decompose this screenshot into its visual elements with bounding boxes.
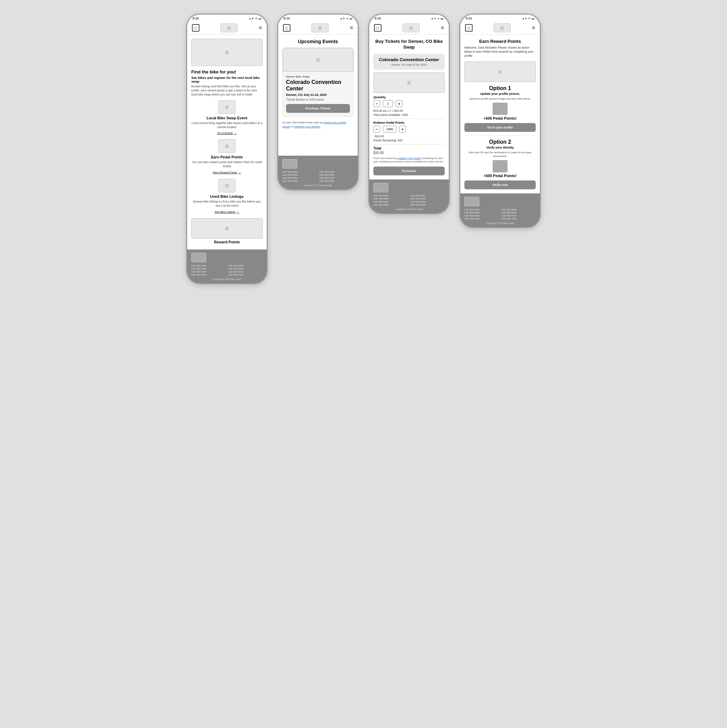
quantity-plus-button[interactable]: +	[396, 100, 403, 107]
local-bike-icon	[218, 100, 235, 114]
footer-link[interactable]: Link Text Here	[228, 271, 263, 273]
hero-image-1	[191, 39, 263, 66]
purchase-tickets-button[interactable]: Purchase Tickets	[286, 104, 350, 113]
redeem-plus-button[interactable]: +	[399, 126, 406, 133]
points-remaining: Points Remaining: 500	[373, 139, 445, 142]
footer-link[interactable]: Link Text Here	[501, 208, 536, 211]
footer-link[interactable]: Link Text Here	[191, 265, 226, 267]
footer-copyright-1: Copyright © 2023 Bike Swap	[191, 278, 263, 280]
total-label: Total	[373, 147, 445, 150]
earn-reward-link[interactable]: Earn Reward Points →	[213, 171, 241, 174]
verify-now-button[interactable]: Verify now	[464, 180, 536, 189]
event-date: Denver, CO July 21-24, 2023	[286, 93, 350, 96]
footer-link[interactable]: Link Text Here	[373, 203, 408, 206]
footer-link[interactable]: Link Text Here	[191, 268, 226, 270]
footer-link[interactable]: Link Text Here	[228, 274, 263, 276]
footer-link[interactable]: Link Text Here	[282, 171, 317, 173]
menu-icon-3[interactable]: ≡	[441, 25, 444, 31]
screen3-content: Buy Tickets for Denver, CO Bike Swap Col…	[369, 35, 449, 179]
footer-link[interactable]: Link Text Here	[373, 200, 408, 203]
cart-icon-2[interactable]: 🛒	[283, 24, 290, 32]
footer-link[interactable]: Link Text Here	[464, 211, 499, 214]
footer-link[interactable]: Link Text Here	[282, 177, 317, 179]
footer-link[interactable]: Link Text Here	[464, 217, 499, 220]
brand-logo-4	[493, 23, 511, 32]
brand-logo-3	[403, 23, 420, 32]
option2-subtitle: Verify your identity	[464, 146, 536, 149]
footer-link[interactable]: Link Text Here	[373, 194, 408, 197]
quantity-minus-button[interactable]: −	[373, 100, 380, 107]
status-time-1: 8:15	[192, 17, 199, 20]
footer-link[interactable]: Link Text Here	[228, 265, 263, 267]
footer-2: Link Text Here Link Text Here Link Text …	[278, 156, 358, 189]
footer-link[interactable]: Link Text Here	[191, 271, 226, 273]
option1-points-badge: +500 Pedal Points!	[464, 116, 536, 120]
footer-link[interactable]: Link Text Here	[410, 194, 445, 197]
footer-link[interactable]: Link Text Here	[191, 274, 226, 276]
phone-screen-4: 8:15 ▲▼≋▬ 🛒 ≡ Earn Reward Points Welcome…	[459, 14, 541, 228]
main-body-1: Browse listings and find bikes you like.…	[191, 85, 263, 97]
redeem-input[interactable]	[383, 126, 396, 133]
updating-profile-link[interactable]: updating your profile	[397, 157, 421, 160]
footer-link[interactable]: Link Text Here	[501, 211, 536, 214]
quantity-label: Quantity	[373, 95, 445, 99]
earn-reward-title: Earn Reward Points	[464, 39, 536, 44]
cart-icon-3[interactable]: 🛒	[374, 24, 382, 32]
footer-links-1: Link Text Here Link Text Here Link Text …	[191, 265, 263, 276]
footer-link[interactable]: Link Text Here	[464, 208, 499, 211]
nav-bar-1: 🛒 ≡	[187, 21, 267, 35]
footer-link[interactable]: Link Text Here	[373, 197, 408, 200]
used-bike-listings-section: Used Bike Listings Browse bike listings …	[191, 179, 263, 214]
footer-link[interactable]: Link Text Here	[228, 268, 263, 270]
menu-icon-2[interactable]: ≡	[350, 25, 353, 31]
footer-link[interactable]: Link Text Here	[319, 174, 354, 176]
verify-identity-link[interactable]: verifying your identity.	[295, 125, 321, 128]
status-time-3: 8:15	[375, 17, 381, 20]
brand-logo-1	[220, 23, 237, 32]
event-label: Denver Bike Swap	[286, 75, 350, 78]
cart-icon-4[interactable]: 🛒	[465, 24, 472, 32]
go-to-profile-button[interactable]: Go to your profile	[464, 123, 536, 132]
footer-link[interactable]: Link Text Here	[410, 203, 445, 206]
footer-links-4: Link Text Here Link Text Here Link Text …	[464, 208, 536, 220]
footer-link[interactable]: Link Text Here	[464, 214, 499, 217]
footer-link[interactable]: Link Text Here	[282, 180, 317, 182]
footer-links-3: Link Text Here Link Text Here Link Text …	[373, 194, 445, 206]
menu-icon-4[interactable]: ≡	[532, 25, 535, 31]
quantity-input[interactable]	[383, 100, 393, 107]
footer-link[interactable]: Link Text Here	[410, 197, 445, 200]
option2-title: Option 2	[464, 139, 536, 145]
footer-link[interactable]: Link Text Here	[501, 217, 536, 220]
option1-section: Option 1 Update your profile picture. Up…	[464, 85, 536, 132]
option1-image	[493, 102, 507, 115]
status-time-4: 8:15	[466, 17, 472, 20]
used-bike-title: Used Bike Listings	[191, 194, 263, 199]
footer-link[interactable]: Link Text Here	[319, 171, 354, 173]
see-bike-listings-link[interactable]: See Bike Listings →	[215, 210, 239, 213]
divider-2	[373, 144, 445, 144]
status-time-2: 8:15	[284, 17, 290, 20]
earn-pedal-desc: You can earn reward points and redeem th…	[191, 161, 263, 168]
go-to-events-link[interactable]: Go to Events →	[217, 132, 237, 135]
footer-link[interactable]: Link Text Here	[501, 214, 536, 217]
footer-link[interactable]: Link Text Here	[282, 174, 317, 176]
footer-logo-3	[373, 183, 388, 193]
footer-link[interactable]: Link Text Here	[410, 200, 445, 203]
footer-copyright-3: Copyright © 2023 Bike Swap	[373, 208, 445, 210]
reward-points-image	[191, 218, 263, 239]
options-divider	[464, 135, 536, 136]
cart-icon[interactable]: 🛒	[192, 24, 199, 32]
purchase-button[interactable]: Purchase	[373, 167, 445, 175]
footer-copyright-2: Copyright © 2023 Bike Swap	[282, 184, 354, 187]
menu-icon-1[interactable]: ≡	[259, 25, 262, 31]
footer-link[interactable]: Link Text Here	[319, 177, 354, 179]
venue-name: Colorado Convention Center	[377, 57, 441, 62]
status-icons-4: ▲▼≋▬	[522, 17, 535, 20]
footer-link[interactable]: Link Text Here	[319, 180, 354, 182]
redeem-label: Redeem Pedal Points	[373, 121, 445, 124]
option1-desc: Upload a profile picture image and earn …	[464, 97, 536, 101]
upcoming-events-title: Upcoming Events	[282, 39, 354, 44]
redeem-minus-button[interactable]: −	[373, 126, 380, 133]
discount-line: - $10.00	[373, 135, 445, 138]
option1-title: Option 1	[464, 85, 536, 92]
